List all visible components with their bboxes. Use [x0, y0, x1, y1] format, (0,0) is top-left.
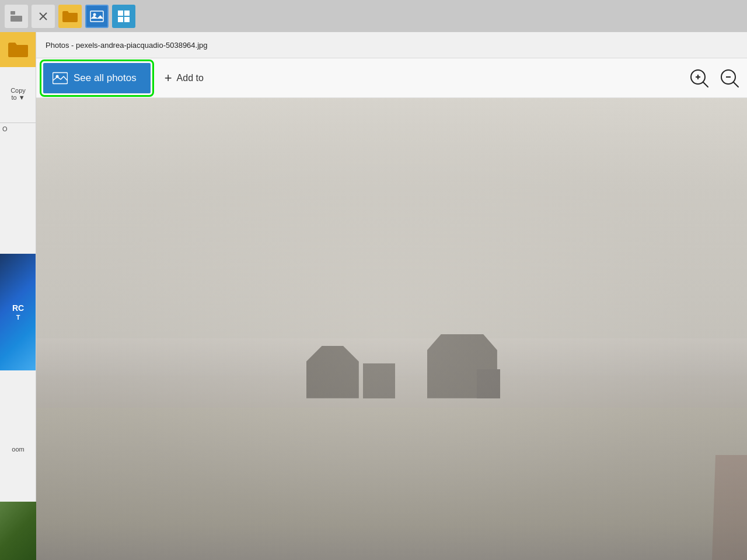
bottom-thumbnail — [0, 502, 36, 560]
taskbar — [0, 0, 747, 32]
taskbar-icon-folder[interactable] — [58, 5, 82, 28]
svg-rect-8 — [118, 17, 123, 22]
sidebar-zoom-label: oom — [0, 443, 36, 455]
svg-rect-0 — [11, 11, 15, 15]
image-display-area — [36, 98, 747, 560]
sidebar-app-text-rc: RC — [12, 303, 24, 313]
see-all-photos-label: See all photos — [74, 72, 137, 84]
svg-line-18 — [734, 82, 738, 87]
zoom-out-button[interactable] — [719, 68, 740, 89]
atmosphere-overlay — [36, 98, 747, 560]
add-to-button[interactable]: + Add to — [155, 63, 213, 93]
zoom-in-button[interactable] — [689, 68, 710, 89]
see-all-photos-button[interactable]: See all photos — [43, 63, 151, 93]
taskbar-icon-grid[interactable] — [112, 5, 135, 28]
sidebar-copy-label: Copy to ▼ — [0, 85, 36, 103]
taskbar-icon-close[interactable] — [32, 5, 55, 28]
svg-rect-6 — [118, 10, 123, 16]
svg-rect-4 — [90, 11, 103, 22]
sidebar-app-icon[interactable]: RC T — [0, 254, 36, 370]
taskbar-icon-image-viewer[interactable] — [85, 5, 109, 28]
add-to-label: Add to — [177, 73, 204, 83]
svg-rect-9 — [124, 17, 130, 22]
taskbar-icon-files[interactable] — [5, 5, 28, 28]
svg-point-5 — [93, 13, 96, 16]
left-sidebar: Copy to ▼ O RC T oom — [0, 32, 36, 560]
toolbar: See all photos + Add to — [36, 58, 747, 98]
plus-icon: + — [165, 71, 172, 86]
sidebar-open-label: O — [2, 125, 8, 132]
sidebar-folder-icon — [0, 32, 36, 67]
title-bar: Photos - pexels-andrea-piacquadio-503896… — [36, 32, 747, 58]
svg-line-15 — [703, 82, 708, 87]
svg-rect-1 — [11, 16, 22, 22]
window-title: Photos - pexels-andrea-piacquadio-503896… — [46, 41, 208, 50]
zoom-controls — [689, 68, 740, 89]
zoom-in-icon — [689, 68, 710, 89]
photo-icon — [53, 72, 68, 85]
image-canvas — [36, 98, 747, 560]
zoom-out-icon — [719, 68, 740, 89]
photos-window: Photos - pexels-andrea-piacquadio-503896… — [36, 32, 747, 560]
sidebar-app-text-t: T — [16, 313, 20, 321]
svg-rect-7 — [124, 10, 130, 16]
